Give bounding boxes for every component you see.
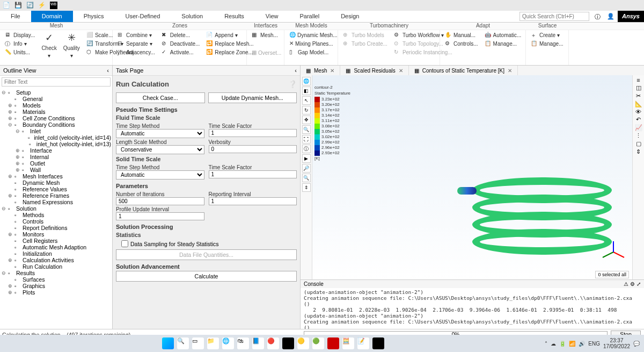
clock[interactable]: 23:3717/09/2022: [603, 337, 630, 349]
tree-item[interactable]: ▫Report Definitions: [0, 225, 112, 231]
manual-adapt-button[interactable]: ✋Manual...: [443, 31, 480, 39]
gear-icon[interactable]: ⚙: [630, 281, 635, 287]
app4-icon[interactable]: [327, 337, 339, 349]
tree-item[interactable]: ⊖▫Boundary Conditions: [0, 121, 112, 128]
tab-results[interactable]: Results: [214, 11, 255, 22]
rotate-icon[interactable]: ↻: [302, 106, 311, 114]
tree-item[interactable]: ⊕▫Mesh Interfaces: [0, 173, 112, 179]
info-icon[interactable]: ⓘ: [302, 145, 311, 153]
ansys-icon[interactable]: [282, 337, 294, 349]
explorer-icon[interactable]: 📁: [207, 337, 219, 349]
measure-icon[interactable]: 📐: [635, 100, 642, 107]
collapse-icon[interactable]: ‹: [295, 67, 297, 74]
profile-update-input[interactable]: [116, 212, 204, 220]
tab-physics[interactable]: Physics: [73, 11, 115, 22]
collapse-icon[interactable]: ‹: [107, 67, 109, 74]
tree-item[interactable]: ▫Surfaces: [0, 276, 112, 283]
split-icon[interactable]: ◫: [636, 84, 641, 91]
time-step-method-select[interactable]: Automatic: [116, 129, 204, 138]
pan-icon[interactable]: ✥: [302, 116, 311, 124]
save-icon[interactable]: 💾: [14, 2, 22, 9]
tree-item[interactable]: ▫Methods: [0, 212, 112, 218]
calculate-button[interactable]: Calculate: [116, 271, 297, 282]
tab-solution[interactable]: Solution: [171, 11, 214, 22]
check-case-button[interactable]: Check Case...: [116, 92, 205, 103]
tree-item[interactable]: ⊕▫Monitors: [0, 231, 112, 238]
tab-file[interactable]: File: [0, 11, 31, 22]
app5-icon[interactable]: 📝: [357, 337, 369, 349]
tree-item[interactable]: ⊕▫Graphics: [0, 283, 112, 289]
tree-item[interactable]: ⊖▫Results: [0, 270, 112, 276]
tree-item[interactable]: ⊕▫Interface: [0, 147, 112, 154]
tree-item[interactable]: ⊕▫Reference Frames: [0, 192, 112, 199]
num-iterations-input[interactable]: [116, 197, 204, 205]
tree-item[interactable]: ⊕▫Wall: [0, 167, 112, 173]
app3-icon[interactable]: 🟢: [312, 337, 324, 349]
manage-surface-button[interactable]: 📋Manage...: [529, 40, 565, 48]
tree-item[interactable]: ⊕▫Outlet: [0, 160, 112, 167]
tree-item[interactable]: ▫Named Expressions: [0, 199, 112, 205]
display-button[interactable]: 🖥Display...: [3, 31, 36, 39]
update-dynamic-mesh-button[interactable]: Update Dynamic Mesh...: [208, 92, 297, 103]
fluent-icon[interactable]: [372, 337, 384, 349]
start-icon[interactable]: [162, 337, 174, 349]
tree-item[interactable]: ▫Reference Values: [0, 186, 112, 192]
close-icon[interactable]: ✕: [399, 68, 403, 74]
selection-status[interactable]: 0 selected all: [595, 271, 629, 278]
mesh-interfaces-button[interactable]: ▦Mesh...: [250, 31, 281, 39]
tab-design[interactable]: Design: [330, 11, 370, 22]
layers-icon[interactable]: ≡: [636, 77, 640, 83]
undo-icon[interactable]: ↶: [636, 116, 641, 123]
console-output[interactable]: (update-animation-object "animation-2") …: [301, 288, 644, 329]
store-icon[interactable]: 🛍: [237, 337, 249, 349]
tab-view[interactable]: View: [255, 11, 289, 22]
gap-model-button[interactable]: ▯Gap Model...: [288, 48, 334, 56]
chevron-up-icon[interactable]: ˄: [545, 341, 547, 347]
app1-icon[interactable]: 📘: [252, 337, 264, 349]
edge-icon[interactable]: 🌐: [222, 337, 234, 349]
check-button[interactable]: ✓Check▾: [40, 31, 58, 59]
dynamic-mesh-button[interactable]: 🌐Dynamic Mesh...: [288, 31, 334, 39]
tree-item[interactable]: ▫Initialization: [0, 250, 112, 257]
info-button[interactable]: ⓘInfo ▾: [3, 40, 36, 48]
tree-item[interactable]: ⊕▫Models: [0, 102, 112, 109]
wb-icon[interactable]: WB: [50, 2, 57, 9]
bolt-icon[interactable]: ⚡: [38, 2, 46, 9]
globe-icon[interactable]: 🌐: [302, 77, 311, 85]
tab-domain[interactable]: Domain: [31, 11, 73, 22]
units-button[interactable]: 📏Units...: [3, 48, 36, 56]
eye-icon[interactable]: 👁: [635, 109, 641, 115]
notifications-icon[interactable]: 💬: [633, 341, 640, 347]
help-icon[interactable]: ⓘ: [591, 11, 604, 22]
data-sampling-checkbox[interactable]: [121, 240, 128, 247]
quick-search-input[interactable]: [519, 12, 589, 21]
length-scale-select[interactable]: Conservative: [116, 145, 204, 154]
zoom-fit-icon[interactable]: ⛶: [302, 135, 311, 143]
tree-item[interactable]: ⊖▫Inlet: [0, 128, 112, 134]
more-icon[interactable]: ⋮: [635, 132, 641, 139]
search-icon[interactable]: 🔍: [177, 337, 189, 349]
tree-item[interactable]: ▫Dynamic Mesh: [0, 179, 112, 186]
separate-button[interactable]: ⊟Separate ▾: [116, 40, 157, 48]
box-icon[interactable]: ▢: [636, 140, 641, 147]
reporting-interval-input[interactable]: [209, 197, 297, 205]
tab-user-defined[interactable]: User-Defined: [115, 11, 171, 22]
zoom-icon[interactable]: 🔍: [302, 125, 311, 134]
quality-button[interactable]: ✳Quality ▾: [62, 31, 82, 59]
expand-icon[interactable]: ⤢: [636, 281, 641, 287]
tree-item[interactable]: ⊕▫Cell Zone Conditions: [0, 115, 112, 121]
expand2-icon[interactable]: ⇕: [636, 148, 641, 155]
tree-item[interactable]: ⊕▫Plots: [0, 289, 112, 296]
tree-item[interactable]: ⊕▫Materials: [0, 109, 112, 115]
outline-tree[interactable]: ⊖▫Setup▫General⊕▫Models⊕▫Materials⊕▫Cell…: [0, 88, 112, 329]
tree-item[interactable]: ⊖▫Solution: [0, 205, 112, 212]
close-icon[interactable]: ✕: [330, 68, 334, 74]
tab-contours[interactable]: ▦Contours of Static Temperature [K]✕: [409, 66, 518, 75]
clip-icon[interactable]: ✂: [636, 92, 641, 99]
chart-icon[interactable]: 📈: [635, 124, 642, 131]
combine-button[interactable]: ⊞Combine ▾: [116, 31, 157, 39]
cloud-icon[interactable]: ☁: [551, 341, 556, 347]
tab-parallel[interactable]: Parallel: [289, 11, 330, 22]
tree-item[interactable]: ⊕▫Calculation Activities: [0, 257, 112, 263]
time-scale-factor-input[interactable]: [209, 129, 297, 137]
